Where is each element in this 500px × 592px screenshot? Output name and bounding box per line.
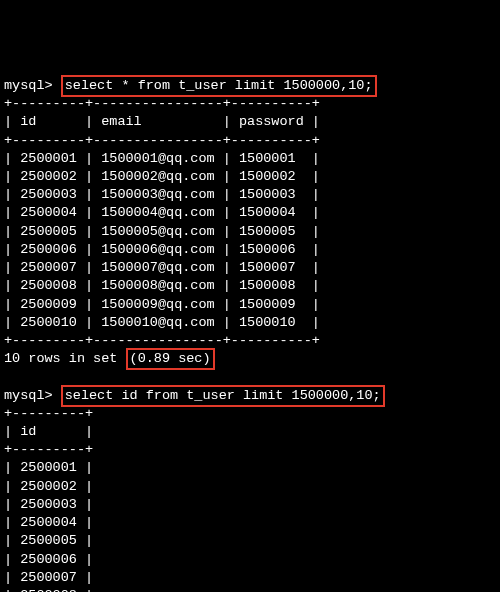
- query-timing-1: (0.89 sec): [126, 348, 215, 370]
- mysql-prompt: mysql>: [4, 78, 53, 93]
- sql-query-2: select id from t_user limit 1500000,10;: [61, 385, 385, 407]
- mysql-prompt: mysql>: [4, 388, 53, 403]
- result-row-count: 10 rows in set: [4, 351, 126, 366]
- sql-query-1: select * from t_user limit 1500000,10;: [61, 75, 377, 97]
- terminal-output: mysql> select * from t_user limit 150000…: [4, 77, 496, 592]
